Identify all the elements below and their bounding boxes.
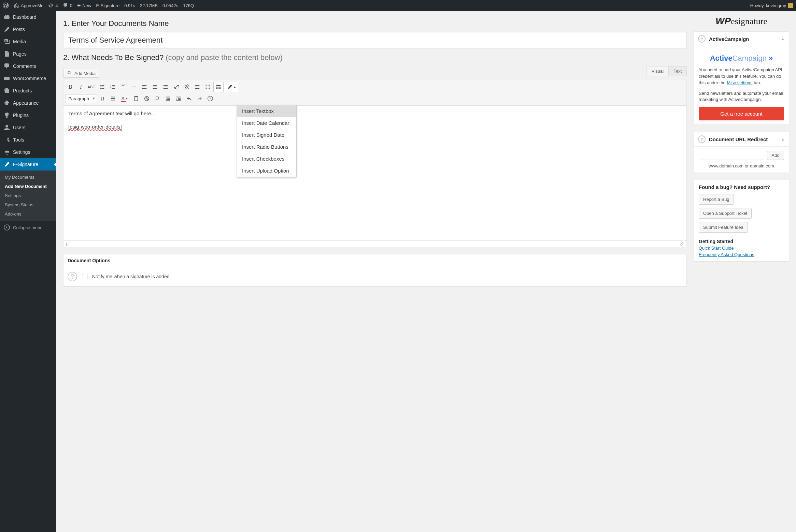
svg-rect-22 <box>165 87 168 87</box>
clear-format-button[interactable] <box>142 93 152 104</box>
align-center-button[interactable] <box>150 82 160 92</box>
align-right-button[interactable] <box>160 82 171 92</box>
help-button[interactable]: ? <box>205 93 215 104</box>
document-options-box: Document Options ? Notify me when a sign… <box>63 254 687 286</box>
link-button[interactable] <box>171 82 181 92</box>
more-button[interactable] <box>192 82 202 92</box>
insert-radio-buttons[interactable]: Insert Radio Buttons <box>237 141 296 153</box>
svg-rect-29 <box>217 87 218 88</box>
italic-button[interactable]: I <box>76 82 86 92</box>
help-icon[interactable]: ? <box>68 272 77 281</box>
misc-settings-link[interactable]: Misc settings <box>727 80 752 85</box>
underline-button[interactable]: U <box>97 93 108 104</box>
insert-textbox[interactable]: Insert Textbox <box>237 105 296 117</box>
add-media-button[interactable]: Add Media <box>63 69 99 78</box>
submenu-my-documents[interactable]: My Documents <box>0 173 56 182</box>
insert-dropdown-button[interactable]: ▲ <box>224 82 239 92</box>
menu-appearance[interactable]: Appearance <box>0 97 56 109</box>
menu-woocommerce[interactable]: WooCommerce <box>0 72 56 85</box>
hr-button[interactable] <box>129 82 139 92</box>
updates[interactable]: 4 <box>48 3 58 8</box>
faq-link[interactable]: Frequently Asked Questions <box>699 252 784 257</box>
menu-posts[interactable]: Posts <box>0 23 56 35</box>
svg-rect-13 <box>112 88 115 89</box>
howdy-user[interactable]: Howdy, kevin.gray <box>750 3 793 8</box>
bullet-list-button[interactable] <box>97 82 107 92</box>
paste-text-button[interactable] <box>131 93 141 104</box>
indent-button[interactable] <box>173 93 184 104</box>
url-redirect-input[interactable] <box>699 151 764 160</box>
toggle-icon[interactable]: ▲ <box>781 37 785 41</box>
align-left-button[interactable] <box>139 82 150 92</box>
report-bug-button[interactable]: Report a Bug <box>699 194 734 205</box>
svg-rect-14 <box>132 87 136 87</box>
status-path: p <box>66 241 69 246</box>
submenu-system-status[interactable]: System Status <box>0 200 56 209</box>
submenu-add-new-document[interactable]: Add New Document <box>0 182 56 191</box>
text-color-button[interactable]: A▾ <box>118 93 131 104</box>
insert-dropdown-menu: Insert Textbox Insert Date Calendar Inse… <box>237 105 297 177</box>
svg-rect-19 <box>154 87 157 87</box>
comments-count[interactable]: 0 <box>63 3 72 8</box>
editor-body[interactable]: Terms of Agreement text will go here... … <box>63 106 686 240</box>
step1-heading: 1. Enter Your Documents Name <box>63 19 687 28</box>
strikethrough-button[interactable]: ABC <box>86 82 97 92</box>
menu-plugins[interactable]: Plugins <box>0 109 56 121</box>
adminbar-esignature[interactable]: E-Signature <box>96 3 119 8</box>
insert-date-calendar[interactable]: Insert Date Calendar <box>237 117 296 129</box>
submenu-addons[interactable]: Add-ons <box>0 209 56 219</box>
svg-rect-20 <box>153 88 157 89</box>
wp-logo-icon[interactable] <box>3 2 9 9</box>
menu-comments[interactable]: Comments <box>0 60 56 72</box>
ac-text1: You need to add your ActiveCampaign API … <box>699 67 784 86</box>
menu-pages[interactable]: Pages <box>0 48 56 60</box>
get-free-account-button[interactable]: Get a free account <box>699 107 784 120</box>
resize-grip-icon[interactable] <box>680 242 684 246</box>
insert-signed-date[interactable]: Insert Signed Date <box>237 129 296 141</box>
quick-start-link[interactable]: Quick Start Guide <box>699 246 784 251</box>
svg-rect-3 <box>101 85 104 86</box>
unlink-button[interactable] <box>182 82 192 92</box>
site-name[interactable]: ApproveMe <box>14 3 43 8</box>
format-select[interactable]: Paragraph <box>65 94 97 103</box>
insert-checkboxes[interactable]: Insert Checkboxes <box>237 153 296 165</box>
fullscreen-button[interactable] <box>203 82 213 92</box>
numbered-list-button[interactable]: 123 <box>108 82 118 92</box>
svg-rect-9 <box>112 85 115 86</box>
getting-started-label: Getting Started <box>699 239 784 244</box>
svg-rect-44 <box>166 100 170 101</box>
document-title-input[interactable] <box>63 32 687 48</box>
toolbar-toggle-button[interactable] <box>213 82 224 92</box>
redo-button[interactable] <box>195 93 205 104</box>
toggle-icon[interactable]: ▲ <box>781 137 785 141</box>
menu-tools[interactable]: Tools <box>0 134 56 146</box>
notify-checkbox[interactable] <box>82 274 87 279</box>
outdent-button[interactable] <box>163 93 173 104</box>
admin-bar: ApproveMe 4 0 +New E-Signature 0.91s 32.… <box>0 0 796 11</box>
help-icon[interactable]: ? <box>698 35 706 43</box>
special-char-button[interactable]: Ω <box>152 93 162 104</box>
menu-media[interactable]: Media <box>0 35 56 48</box>
undo-button[interactable] <box>184 93 194 104</box>
collapse-menu[interactable]: Collapse menu <box>0 221 56 234</box>
url-add-button[interactable]: Add <box>767 151 784 160</box>
bold-button[interactable]: B <box>65 82 75 92</box>
tab-visual[interactable]: Visual <box>646 66 669 76</box>
svg-rect-31 <box>220 87 221 88</box>
help-icon[interactable]: ? <box>698 135 706 143</box>
menu-esignature[interactable]: E-Signature <box>0 158 56 171</box>
submenu-settings[interactable]: Settings <box>0 191 56 200</box>
tab-text[interactable]: Text <box>668 66 687 76</box>
menu-settings[interactable]: Settings <box>0 146 56 158</box>
svg-rect-16 <box>142 87 145 87</box>
open-ticket-button[interactable]: Open a Support Ticket <box>699 208 752 219</box>
justify-button[interactable] <box>108 93 118 104</box>
submit-feature-button[interactable]: Submit Feature Idea <box>699 222 748 233</box>
svg-rect-33 <box>217 88 218 89</box>
blockquote-button[interactable]: “ <box>118 82 128 92</box>
menu-products[interactable]: Products <box>0 85 56 97</box>
menu-users[interactable]: Users <box>0 121 56 134</box>
insert-upload-option[interactable]: Insert Upload Option <box>237 165 296 177</box>
new-content[interactable]: +New <box>77 2 91 9</box>
menu-dashboard[interactable]: Dashboard <box>0 11 56 23</box>
